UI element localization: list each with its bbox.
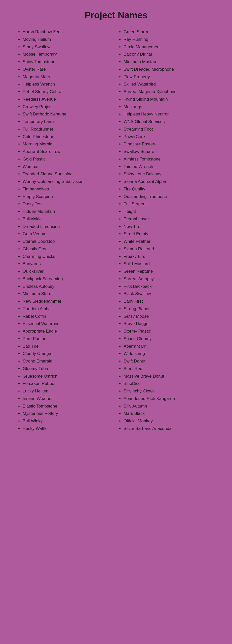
- list-item: Aberrant Scarecrow: [23, 148, 113, 155]
- list-item: Timberwolves: [23, 185, 113, 193]
- list-item: Silly Autumn: [124, 403, 214, 410]
- list-item: Strong Planet: [124, 305, 214, 313]
- list-item: Outstanding Trombone: [124, 193, 214, 200]
- list-item: Rebel Stormy Cobra: [23, 88, 113, 96]
- list-item: WNS Global Services: [124, 118, 214, 126]
- list-item: Sad Tire: [23, 343, 113, 350]
- list-item: Flow Property: [124, 73, 214, 81]
- columns-container: Harsh Rainbow ZeusMoving HeliumStony Swa…: [15, 28, 217, 432]
- list-item: Wide string: [124, 350, 214, 357]
- list-item: Pink Backpack: [124, 283, 214, 290]
- list-item: New Sledgehammer: [23, 298, 113, 305]
- list-item: Dusty Test: [23, 200, 113, 208]
- list-item: Cold Rhinestone: [23, 133, 113, 141]
- list-item: Swallow Square: [124, 148, 214, 155]
- list-item: Moving Helium: [23, 36, 113, 43]
- list-item: Dinosaur Eastern: [124, 140, 214, 148]
- list-item: BlueDice: [124, 380, 214, 387]
- list-item: Moose Temporary: [23, 51, 113, 58]
- list-item: Official Monkey: [124, 417, 214, 425]
- list-item: Early First: [124, 298, 214, 305]
- list-item: Eternal Doorstop: [23, 238, 113, 245]
- list-item: Rebel Coffin: [23, 313, 113, 320]
- list-item: PowerCore: [124, 133, 214, 141]
- list-item: Banyards: [23, 260, 113, 268]
- list-item: Random Alpha: [23, 305, 113, 313]
- right-list: Green StormRay RunningCircle ManagementB…: [119, 28, 214, 432]
- list-item: Space Gloomy: [124, 335, 214, 343]
- list-item: New Tire: [124, 223, 214, 230]
- list-item: Gold Plastic: [23, 155, 113, 163]
- list-item: Minimum Storm: [23, 290, 113, 298]
- list-item: Steel Red: [124, 365, 214, 373]
- list-item: Tainted Wrench: [124, 163, 214, 171]
- list-item: Swift Dreaded Microphone: [124, 66, 214, 73]
- list-item: Worthy Outstanding Subdivision: [23, 178, 113, 185]
- list-item: Lucky Helium: [23, 387, 113, 395]
- list-item: Height: [124, 208, 214, 215]
- list-item: Needless Avenue: [23, 96, 113, 103]
- list-item: Helpless Heavy Neutron: [124, 110, 214, 118]
- list-item: Tire Quality: [124, 185, 214, 193]
- list-item: Flying Sliding Mountain: [124, 96, 214, 103]
- list-item: Morning Morbid: [23, 140, 113, 148]
- list-item: Street Empty: [124, 230, 214, 238]
- list-item: Freaky Bird: [124, 253, 214, 260]
- list-item: Wombat: [23, 163, 113, 171]
- list-item: Elastic Tombstone: [23, 403, 113, 410]
- list-item: Insane Weather: [23, 395, 113, 403]
- list-item: Backpack Screaming: [23, 275, 113, 283]
- list-item: Balcony Digital: [124, 51, 214, 58]
- list-item: Streaming Foot: [124, 126, 214, 133]
- list-item: Skilled Waterbird: [124, 80, 214, 88]
- list-item: Ghastly Creek: [23, 245, 113, 253]
- list-item: Sienna Aberrant Alpha: [124, 178, 214, 185]
- list-item: Pure Panther: [23, 335, 113, 343]
- list-item: Eternal Laser: [124, 215, 214, 223]
- left-column: Harsh Rainbow ZeusMoving HeliumStony Swa…: [15, 28, 116, 432]
- page-title: Project Names: [15, 10, 217, 21]
- list-item: Swift Donut: [124, 357, 214, 365]
- list-item: Surreal Autopsy: [124, 275, 214, 283]
- list-item: Shiny Tombstone: [23, 58, 113, 66]
- list-item: Brave Dagger: [124, 320, 214, 328]
- list-item: Temporary Lama: [23, 118, 113, 126]
- list-item: Dreaded Sienna Sunshine: [23, 170, 113, 178]
- list-item: Ray Running: [124, 36, 214, 43]
- list-item: Gruesome Ostrich: [23, 373, 113, 380]
- list-item: Charming Chicks: [23, 253, 113, 260]
- list-item: Solid Mustard: [124, 260, 214, 268]
- list-item: Hidden Mountain: [23, 208, 113, 215]
- list-item: Green Neptune: [124, 268, 214, 275]
- list-item: Bullwinkle: [23, 215, 113, 223]
- list-item: Essential Waterbird: [23, 320, 113, 328]
- list-item: Black Swallow: [124, 290, 214, 298]
- list-item: Full Roadrunner: [23, 126, 113, 133]
- list-item: Mustangs: [124, 103, 214, 111]
- list-item: Appropriate Eagle: [23, 328, 113, 335]
- right-column: Green StormRay RunningCircle ManagementB…: [116, 28, 217, 432]
- list-item: Mysterious Pottery: [23, 410, 113, 417]
- list-item: Bull Winky: [23, 417, 113, 425]
- list-item: Minimum Mustard: [124, 58, 214, 66]
- left-list: Harsh Rainbow ZeusMoving HeliumStony Swa…: [18, 28, 113, 432]
- list-item: Cloudy Omega: [23, 350, 113, 357]
- list-item: Crowley Project: [23, 103, 113, 111]
- list-item: Mars Black: [124, 410, 214, 417]
- list-item: Helpless Wrench: [23, 80, 113, 88]
- list-item: Stony Swallow: [23, 43, 113, 51]
- list-item: Abandoned Rich Kangaroo: [124, 395, 214, 403]
- list-item: Strong Emerald: [23, 357, 113, 365]
- list-item: Massive Brave Donut: [124, 373, 214, 380]
- list-item: Silly Itchy Clown: [124, 387, 214, 395]
- list-item: Husky Waffle: [23, 425, 113, 432]
- list-item: Aimless Tombstone: [124, 155, 214, 163]
- list-item: Aberrant Drill: [124, 343, 214, 350]
- list-item: Surreal Magenta Xylophone: [124, 88, 214, 96]
- list-item: Endless Autopsy: [23, 283, 113, 290]
- list-item: White Feather: [124, 238, 214, 245]
- list-item: Green Storm: [124, 28, 214, 36]
- list-item: Quicksilver: [23, 268, 113, 275]
- list-item: Dreaded Limousine: [23, 223, 113, 230]
- list-item: Swift Barbaric Neptune: [23, 110, 113, 118]
